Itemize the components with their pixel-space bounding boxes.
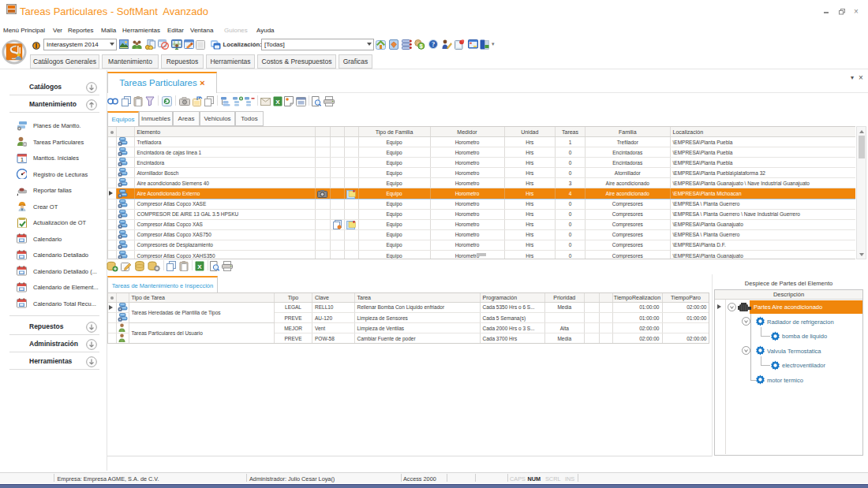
svg-text:$: $: [420, 43, 423, 50]
svg-text:X: X: [275, 99, 280, 106]
svg-text:1: 1: [21, 156, 24, 163]
svg-text:?: ?: [432, 40, 435, 48]
svg-text:X: X: [197, 263, 202, 270]
